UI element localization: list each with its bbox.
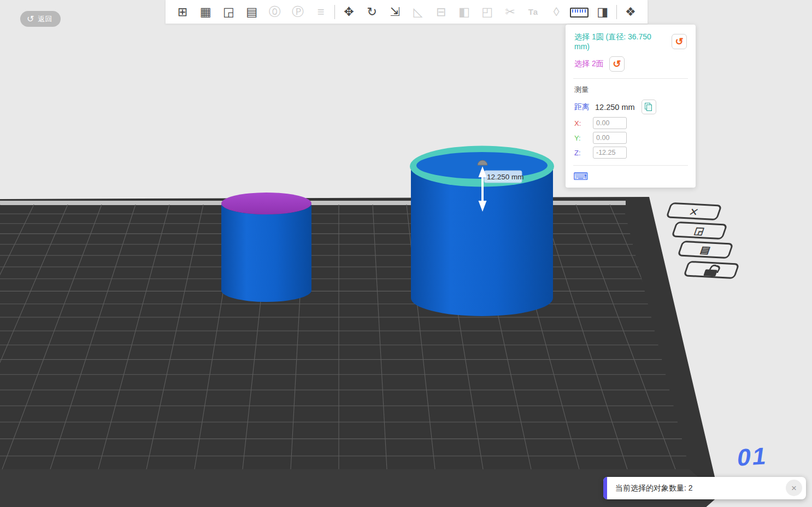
undo-icon: ↺	[613, 59, 621, 69]
tool-lay-flat-icon: ◺	[409, 1, 427, 23]
small-cylinder[interactable]	[221, 193, 311, 302]
axis-row-y: Y:	[574, 132, 687, 144]
panel-divider	[573, 78, 688, 79]
panel-divider	[573, 165, 688, 166]
tool-add-object-icon[interactable]: ⊞	[173, 1, 192, 23]
selection-circle-text: 选择 1圆 (直径: 36.750 mm)	[574, 32, 666, 51]
keyboard-input-button[interactable]: ⌨	[573, 171, 588, 182]
lock-open-icon	[703, 264, 720, 277]
distance-row: 距离 12.250 mm	[574, 100, 687, 114]
tool-rotate-icon[interactable]: ↻	[363, 1, 381, 23]
close-icon: ×	[791, 483, 797, 493]
measure-distance-label: 12.250 mm	[487, 173, 524, 181]
axis-label-y: Y:	[574, 134, 593, 142]
tool-text-tool-icon: Ta	[524, 1, 543, 23]
tool-scale-icon[interactable]: ⇲	[386, 1, 404, 23]
tool-boolean-icon: ◧	[455, 1, 473, 23]
selection-faces-row: 选择 2面 ↺	[574, 56, 687, 72]
axis-row-z: Z:	[574, 147, 687, 159]
tool-copy-object-icon: ⓪	[266, 1, 284, 23]
undo-icon: ↺	[675, 37, 683, 46]
toolbar-separator	[616, 5, 617, 19]
copy-icon	[645, 103, 652, 111]
slicer-viewport-screen: 12.250 mm 01 ×◲▤ ⊞▦◲▤⓪Ⓟ≡✥↻⇲◺⊟◧◰✂Ta◊◨❖ ↺ …	[0, 0, 812, 507]
tool-seam-icon[interactable]: ◨	[593, 1, 612, 23]
back-button[interactable]: ↺ 返回	[20, 11, 61, 27]
toolbar: ⊞▦◲▤⓪Ⓟ≡✥↻⇲◺⊟◧◰✂Ta◊◨❖	[165, 0, 648, 24]
axis-input-z[interactable]	[593, 147, 627, 159]
delete-plate-button[interactable]: ×	[666, 202, 722, 220]
tool-cut-icon: ✂	[501, 1, 520, 23]
tool-measure-icon[interactable]	[570, 1, 589, 23]
plate-settings-button[interactable]: ▤	[677, 241, 734, 259]
orient-icon: ◲	[693, 225, 705, 236]
axis-input-x[interactable]	[593, 117, 627, 129]
settings-icon: ▤	[699, 244, 711, 255]
tool-arrange-icon[interactable]: ▤	[243, 1, 261, 23]
copy-distance-button[interactable]	[642, 100, 656, 114]
measure-section-title: 测量	[574, 85, 687, 95]
undo-arrow-icon: ↺	[27, 15, 34, 24]
toast-close-button[interactable]: ×	[786, 480, 802, 496]
tool-paste-object-icon: Ⓟ	[289, 1, 307, 23]
selection-count-toast: 当前选择的对象数量: 2 ×	[603, 477, 806, 499]
tool-split-icon: ⊟	[432, 1, 450, 23]
tool-paint-icon: ◊	[547, 1, 566, 23]
tool-assembly-icon[interactable]: ❖	[621, 1, 640, 23]
tool-auto-orient-icon[interactable]: ◲	[219, 1, 238, 23]
axes-rows: X:Y:Z:	[566, 117, 696, 159]
ruler-icon	[570, 8, 589, 18]
keyboard-icon: ⌨	[573, 171, 588, 182]
toast-message: 当前选择的对象数量: 2	[615, 483, 693, 493]
selected-face-highlight	[221, 193, 311, 214]
axis-row-x: X:	[574, 117, 687, 129]
tool-move-icon[interactable]: ✥	[340, 1, 358, 23]
close-x-icon: ×	[687, 204, 701, 218]
reset-circle-selection-button[interactable]: ↺	[672, 34, 687, 49]
measure-panel: 选择 1圆 (直径: 36.750 mm) ↺ 选择 2面 ↺ 测量 距离 12…	[566, 25, 696, 188]
tool-add-plate-icon[interactable]: ▦	[196, 1, 215, 23]
tool-object-list-icon: ≡	[311, 1, 330, 23]
back-button-label: 返回	[38, 14, 52, 24]
selection-circle-row: 选择 1圆 (直径: 36.750 mm) ↺	[574, 32, 687, 51]
axis-input-y[interactable]	[593, 132, 627, 144]
lock-plate-button[interactable]	[683, 261, 740, 279]
selection-faces-text: 选择 2面	[574, 59, 604, 69]
distance-value: 12.250 mm	[595, 103, 635, 112]
reset-face-selection-button[interactable]: ↺	[609, 56, 625, 72]
distance-label: 距离	[574, 102, 590, 112]
build-plate	[0, 197, 719, 507]
axis-label-z: Z:	[574, 149, 593, 157]
plate-number: 01	[735, 442, 770, 471]
toolbar-separator	[334, 5, 335, 19]
tool-fill-icon: ◰	[478, 1, 497, 23]
axis-label-x: X:	[574, 119, 593, 127]
auto-orient-plate-button[interactable]: ◲	[671, 222, 728, 240]
